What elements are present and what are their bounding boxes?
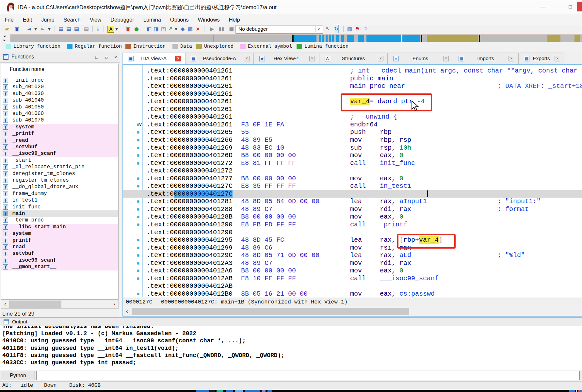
tab-exports[interactable]: ▧Exports× [518, 53, 564, 64]
function-row[interactable]: f__isoc99_scanf [1, 257, 118, 264]
tab-pseudocode-a[interactable]: ▤Pseudocode-A× [185, 53, 254, 64]
menu-item-options[interactable]: Options [166, 17, 193, 23]
disasm-row[interactable]: .text:000000000040129948 89 C6movrsi, ra… [123, 244, 582, 252]
menu-item-debugger[interactable]: Debugger [106, 17, 139, 23]
disasm-row[interactable]: .text:00000000004012A348 89 C7movrdi, ra… [123, 259, 582, 267]
disasm-row[interactable]: .text:000000000040129C48 8D 05 71 0D 00 … [123, 252, 582, 259]
function-row[interactable]: f_start [1, 157, 118, 164]
menu-item-help[interactable]: Help [224, 17, 245, 23]
debug-start-icon[interactable]: ▶ [210, 25, 214, 33]
maximize-button[interactable]: □ [563, 0, 578, 13]
rename-icon[interactable]: A [107, 26, 114, 33]
function-row[interactable]: fderegister_tm_clones [1, 171, 118, 177]
tab-close-icon[interactable]: × [175, 56, 181, 61]
disasm-row[interactable]: .text:00000000004012A6B8 00 00 00 00move… [123, 267, 582, 275]
function-row[interactable]: fsub_401060 [1, 110, 118, 117]
function-row[interactable]: f__isoc99_scanf [1, 150, 118, 157]
tab-ida-view-a[interactable]: ▦IDA View-A× [122, 53, 185, 64]
tab-close-icon[interactable]: × [555, 56, 560, 61]
function-row[interactable]: fprintf [1, 237, 118, 244]
disasm-row[interactable]: .text:0000000000401272E8 81 FF FF FFcall… [123, 159, 582, 167]
menu-item-view[interactable]: View [85, 17, 106, 23]
function-row[interactable]: f__libc_start_main [1, 224, 118, 230]
function-row[interactable]: fsub_401050 [1, 104, 118, 110]
collapse-arrow-icon[interactable]: ∨ [139, 121, 142, 129]
function-row[interactable]: f_read [1, 137, 118, 144]
delete-breakpoint-icon[interactable]: ⚐ [363, 25, 367, 33]
column-header-function-name[interactable]: Function name [1, 65, 118, 74]
back-history-caret-icon[interactable]: ▾ [34, 25, 37, 33]
disasm-row[interactable]: .text:000000000040127C [123, 190, 582, 198]
name-list-icon-3[interactable]: ▤ [74, 25, 79, 33]
disasm-row[interactable]: .text:000000000040126648 89 E5movrbp, rs… [123, 136, 582, 144]
scroll-left-icon[interactable]: ‹ [2, 301, 8, 308]
function-row[interactable]: fsub_401070 [1, 117, 118, 123]
graph-icon-3[interactable]: ◳ [161, 25, 166, 33]
graph-icon-5[interactable]: ◆ [181, 25, 185, 33]
add-breakpoint-icon[interactable]: ⚑ [355, 25, 360, 33]
name-list-icon-1[interactable]: ▤ [58, 25, 63, 33]
python-button[interactable]: Python [1, 371, 35, 380]
tab-close-icon[interactable]: × [378, 56, 383, 61]
lumina-pull-icon[interactable]: ● [134, 25, 139, 33]
color-instruction-icon[interactable]: ▣ [126, 25, 131, 33]
functions-panel-header[interactable]: Functions □▱× [0, 52, 120, 63]
scroll-left-icon[interactable]: ‹ [124, 308, 130, 315]
functions-hscrollbar[interactable]: ‹ › [1, 300, 119, 309]
debug-pause-icon[interactable]: ▮▮ [218, 25, 224, 33]
disasm-row[interactable]: .text:0000000000401272 [123, 167, 582, 175]
close-graph-icon[interactable]: × [196, 25, 200, 33]
tab-close-icon[interactable]: × [244, 56, 250, 61]
function-row[interactable]: f_setvbuf [1, 144, 118, 150]
navigate-back-icon[interactable]: ◄ [27, 25, 31, 33]
debugger-select[interactable]: No debugger ∨ [235, 25, 323, 34]
disasm-row[interactable]: .text:0000000000401290E8 FB FD FF FFcall… [123, 221, 582, 229]
disasm-row[interactable]: .text:000000000040126555pushrbp [123, 128, 582, 136]
function-row[interactable]: f_printf [1, 130, 118, 137]
graph-icon-2[interactable]: ◨ [154, 25, 159, 33]
output-panel-header[interactable]: Output [0, 317, 582, 327]
tab-imports[interactable]: ▥Imports× [453, 53, 518, 64]
function-row[interactable]: f__gmon_start__ [1, 264, 118, 270]
function-row[interactable]: f__do_global_dtors_aux [1, 184, 118, 190]
tab-structures[interactable]: AStructures× [319, 53, 388, 64]
disasm-row[interactable]: ∨.text:0000000000401261F3 0F 1E FAendbr6… [123, 121, 582, 129]
name-list-icon-2[interactable]: ▤ [66, 25, 71, 33]
function-row[interactable]: fin_test1 [1, 197, 118, 204]
function-row[interactable]: fsystem [1, 230, 118, 237]
attach-icon[interactable]: ↖ [326, 25, 330, 33]
function-row[interactable]: finit_func [1, 204, 118, 210]
chevron-down-icon[interactable]: ∨ [315, 26, 322, 32]
float-panel-button[interactable]: ▱ [103, 54, 110, 60]
save-icon[interactable]: ▣ [15, 25, 20, 33]
disasm-row[interactable]: .text:0000000000401261public main [123, 75, 582, 83]
disasm-hscrollbar[interactable]: ‹ [123, 307, 582, 316]
function-row[interactable]: fsetvbuf [1, 250, 118, 257]
function-row[interactable]: f_system [1, 124, 118, 130]
tab-close-icon[interactable]: × [443, 56, 449, 61]
tab-close-icon[interactable]: × [509, 56, 514, 61]
menu-item-windows[interactable]: Windows [193, 17, 224, 23]
graph-caret-icon[interactable]: ▾ [175, 25, 177, 33]
name-list-icon-4[interactable]: ▤ [84, 25, 89, 33]
menu-item-jump[interactable]: Jump [37, 17, 59, 23]
disasm-row[interactable]: .text:000000000040128848 89 C7movrdi, ra… [123, 205, 582, 213]
disasm-row[interactable]: .text:000000000040126948 83 EC 10subrsp,… [123, 144, 582, 152]
navigation-band-track[interactable] [10, 34, 582, 42]
graph-icon-4[interactable]: ↗ [168, 25, 172, 33]
minimize-button[interactable]: — [535, 0, 550, 13]
ida-view-pane[interactable]: .text:0000000000401261; int __cdecl main… [122, 64, 582, 317]
disasm-row[interactable]: .text:0000000000401261; int __cdecl main… [123, 67, 582, 75]
disasm-row[interactable]: .text:0000000000401261main proc near; DA… [123, 82, 582, 90]
function-row[interactable]: f_dl_relocate_static_pie [1, 164, 118, 170]
disasm-row[interactable]: .text:00000000004012AB [123, 282, 582, 290]
function-row[interactable]: fmain [1, 210, 118, 217]
debugger-windows-icon[interactable]: ▥ [347, 25, 352, 33]
tab-enums[interactable]: ≡Enums× [388, 53, 453, 64]
refresh-icon[interactable]: ↻ [334, 25, 338, 33]
jump-address-icon[interactable]: ↓ [96, 25, 100, 33]
debug-stop-icon[interactable]: ■ [229, 25, 234, 33]
disasm-row[interactable]: .text:00000000004012B08B 05 16 21 00 00m… [123, 290, 582, 297]
function-row[interactable]: f_term_proc [1, 217, 118, 223]
disasm-row[interactable]: .text:000000000040128BB8 00 00 00 00move… [123, 213, 582, 221]
